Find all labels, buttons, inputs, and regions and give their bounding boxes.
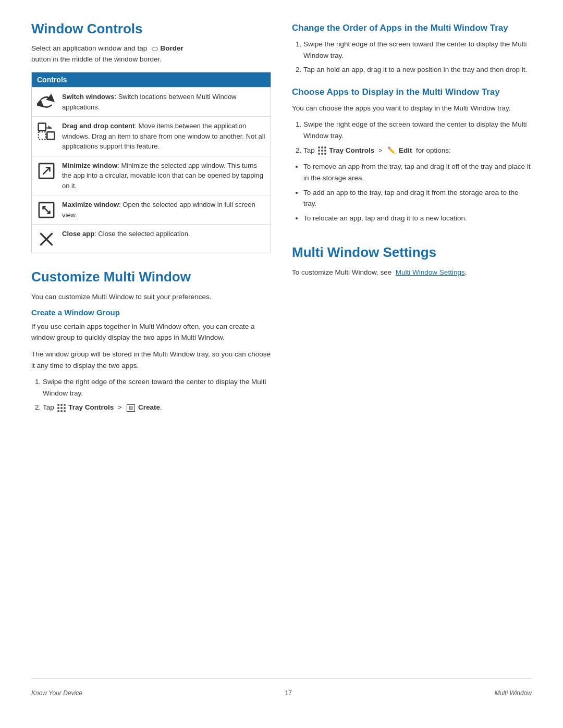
footer: Know Your Device 17 Multi Window bbox=[31, 678, 532, 697]
page: Window Controls Select an application wi… bbox=[0, 0, 563, 728]
maximize-label: Maximize window bbox=[62, 201, 119, 208]
control-row-drag: Drag and drop content: Move items betwee… bbox=[32, 116, 271, 156]
intro-text: Select an application window and tap bbox=[31, 44, 147, 52]
control-row-minimize: Minimize window: Minimize the selected a… bbox=[32, 156, 271, 195]
edit-icon: ✏️ bbox=[387, 145, 396, 156]
control-row-maximize: Maximize window: Open the selected app w… bbox=[32, 195, 271, 224]
main-content: Window Controls Select an application wi… bbox=[31, 21, 532, 678]
switch-text: Switch windows: Switch locations between… bbox=[62, 92, 265, 112]
minimize-icon bbox=[37, 161, 56, 180]
drag-label: Drag and drop content bbox=[62, 122, 134, 130]
create-group-steps: Swipe the right edge of the screen towar… bbox=[43, 376, 271, 413]
customize-intro: You can customize Multi Window to suit y… bbox=[31, 291, 271, 303]
choose-apps-intro: You can choose the apps you want to disp… bbox=[292, 103, 532, 114]
create-step-1: Swipe the right edge of the screen towar… bbox=[43, 376, 271, 399]
step2-prefix: Tap bbox=[43, 403, 54, 411]
tray-icon-1 bbox=[57, 404, 66, 412]
create-step-2: Tap Tray Controls > ⊞ Create. bbox=[43, 402, 271, 413]
footer-page-number: 17 bbox=[285, 689, 292, 697]
drag-text: Drag and drop content: Move items betwee… bbox=[62, 121, 265, 152]
change-order-step2: Tap an hold an app, drag it to a new pos… bbox=[303, 64, 532, 76]
create-group-para2: The window group will be stored in the M… bbox=[31, 349, 271, 371]
edit-label: Edit bbox=[399, 146, 412, 154]
svg-line-5 bbox=[43, 167, 50, 174]
drag-icon bbox=[37, 121, 56, 141]
arrow-1: > bbox=[118, 403, 122, 411]
bullet-1: To remove an app from the tray, tap and … bbox=[303, 161, 532, 183]
svg-line-7 bbox=[43, 207, 50, 214]
footer-right: Multi Window bbox=[495, 689, 532, 697]
tray-controls-label-1: Tray Controls bbox=[68, 403, 114, 411]
choose-step2-suffix: for options: bbox=[416, 146, 451, 154]
svg-rect-1 bbox=[47, 132, 54, 140]
switch-label: Switch windows bbox=[62, 93, 114, 101]
right-column: Change the Order of Apps in the Multi Wi… bbox=[292, 21, 532, 678]
controls-table: Controls bbox=[31, 72, 271, 253]
create-label: Create bbox=[138, 403, 160, 411]
intro-bold: Border bbox=[160, 44, 183, 52]
choose-step2: Tap Tray Controls > ✏️ Edit for options: bbox=[303, 145, 532, 156]
mw-settings-intro: To customize Multi Window, see Multi Win… bbox=[292, 267, 532, 278]
choose-apps-bullets: To remove an app from the tray, tap and … bbox=[303, 161, 532, 224]
change-order-step1: Swipe the right edge of the screen towar… bbox=[303, 39, 532, 61]
switch-icon bbox=[37, 92, 56, 112]
close-icon bbox=[37, 229, 56, 249]
customize-title: Customize Multi Window bbox=[31, 269, 271, 285]
border-button-icon: ⬭ bbox=[152, 43, 158, 54]
choose-step1: Swipe the right edge of the screen towar… bbox=[303, 119, 532, 141]
change-order-steps: Swipe the right edge of the screen towar… bbox=[303, 39, 532, 76]
controls-header: Controls bbox=[32, 72, 271, 87]
svg-rect-0 bbox=[39, 124, 46, 131]
choose-apps-title: Choose Apps to Display in the Multi Wind… bbox=[292, 87, 532, 97]
maximize-icon bbox=[37, 200, 56, 219]
choose-apps-steps: Swipe the right edge of the screen towar… bbox=[303, 119, 532, 156]
window-controls-title: Window Controls bbox=[31, 21, 271, 37]
mw-settings-link[interactable]: Multi Window Settings bbox=[396, 268, 465, 276]
maximize-text: Maximize window: Open the selected app w… bbox=[62, 200, 265, 220]
mw-settings-intro-text: To customize Multi Window, see bbox=[292, 268, 391, 276]
intro-rest: button in the middle of the window borde… bbox=[31, 55, 162, 63]
minimize-text: Minimize window: Minimize the selected a… bbox=[62, 161, 265, 191]
tray-controls-label-2: Tray Controls bbox=[329, 146, 374, 154]
close-desc: : Close the selected application. bbox=[94, 230, 190, 238]
control-row-switch: Switch windows: Switch locations between… bbox=[32, 87, 271, 116]
minimize-label: Minimize window bbox=[62, 162, 117, 169]
create-icon: ⊞ bbox=[127, 404, 135, 412]
mw-settings-suffix: . bbox=[465, 268, 467, 276]
choose-step2-prefix: Tap bbox=[303, 146, 315, 154]
step2-suffix: . bbox=[160, 403, 162, 411]
change-order-title: Change the Order of Apps in the Multi Wi… bbox=[292, 23, 532, 33]
left-column: Window Controls Select an application wi… bbox=[31, 21, 271, 678]
create-group-para1: If you use certain apps together in Mult… bbox=[31, 321, 271, 343]
svg-rect-2 bbox=[39, 132, 46, 140]
tray-icon-2 bbox=[318, 146, 326, 155]
arrow-2: > bbox=[378, 146, 383, 154]
close-text: Close app: Close the selected applicatio… bbox=[62, 229, 190, 239]
mw-settings-title: Multi Window Settings bbox=[292, 244, 532, 261]
bullet-2: To add an app to the tray, tap and drag … bbox=[303, 187, 532, 209]
footer-left: Know Your Device bbox=[31, 689, 82, 697]
create-group-title: Create a Window Group bbox=[31, 308, 271, 317]
bullet-3: To relocate an app, tap and drag it to a… bbox=[303, 213, 532, 224]
control-row-close: Close app: Close the selected applicatio… bbox=[32, 224, 271, 253]
window-controls-intro: Select an application window and tap ⬭ B… bbox=[31, 43, 271, 65]
close-label: Close app bbox=[62, 230, 94, 238]
